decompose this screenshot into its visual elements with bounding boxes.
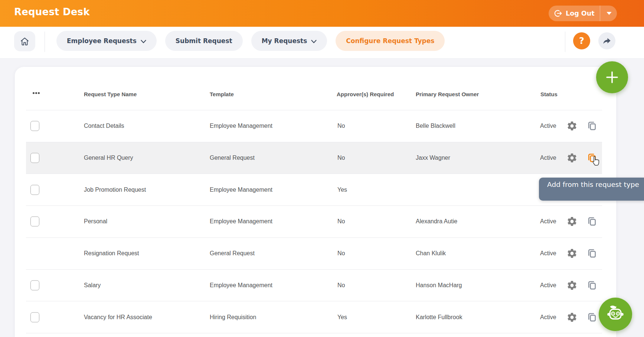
cell-request-type-name: Job Promotion Request [84, 187, 146, 193]
nav-item-my-requests[interactable]: My Requests [251, 31, 327, 51]
copy-request-type-icon[interactable] [587, 280, 598, 291]
app-title: Request Desk [14, 6, 90, 17]
cell-approver-required: Yes [337, 187, 347, 193]
settings-gear-icon[interactable] [566, 120, 578, 132]
column-header-status: Status [540, 91, 558, 97]
table-row: Job Promotion RequestEmployee Management… [26, 174, 602, 205]
cell-template: Employee Management [210, 123, 272, 129]
table-row: SalaryEmployee ManagementNoHanson MacHar… [26, 269, 602, 301]
home-button[interactable] [14, 31, 35, 51]
request-types-card: Request Type NameTemplateApprover(s) Req… [15, 67, 616, 337]
cell-approver-required: No [337, 250, 345, 257]
logout-label: Log Out [566, 10, 595, 17]
row-checkbox[interactable] [30, 217, 39, 227]
copy-request-type-icon[interactable] [587, 120, 598, 132]
copy-request-type-icon[interactable] [587, 248, 598, 259]
add-request-type-button[interactable] [596, 61, 628, 93]
logout-icon [553, 9, 562, 18]
cell-primary-request-owner: Chan Klulik [416, 250, 446, 257]
nav-item-label: Employee Requests [67, 37, 137, 45]
column-header-primary-request-owner: Primary Request Owner [416, 91, 479, 97]
cell-approver-required: No [337, 282, 345, 289]
nav-divider-right [565, 32, 565, 52]
mouse-cursor-icon [591, 155, 601, 168]
home-icon [20, 36, 30, 46]
nav-item-label: My Requests [262, 37, 307, 45]
cell-status: Active [540, 314, 556, 321]
cell-template: Employee Management [210, 187, 272, 193]
row-checkbox[interactable] [30, 312, 39, 322]
cell-template: General Request [210, 155, 255, 161]
copy-tooltip: Add from this request type [539, 178, 644, 201]
nav-item-configure-request-types[interactable]: Configure Request Types [336, 31, 445, 51]
copy-request-type-icon[interactable] [587, 216, 598, 227]
cell-approver-required: No [337, 218, 345, 225]
help-button[interactable]: ? [573, 32, 590, 49]
table-row: General HR QueryGeneral RequestNoJaxx Wa… [26, 142, 602, 174]
nav-item-submit-request[interactable]: Submit Request [165, 31, 243, 51]
chatbot-button[interactable] [599, 298, 632, 331]
row-checkbox[interactable] [30, 153, 39, 163]
cell-approver-required: No [337, 155, 345, 161]
help-icon: ? [579, 36, 584, 46]
column-header-request-type-name: Request Type Name [84, 91, 137, 97]
settings-gear-icon[interactable] [566, 312, 578, 323]
table-row: PersonalEmployee ManagementNoAlexandra A… [26, 205, 602, 237]
cell-request-type-name: General HR Query [84, 155, 133, 161]
table-row: Vacancy for HR AssociateHiring Requisiti… [26, 301, 602, 333]
logout-divider [600, 6, 600, 21]
nav-divider-left [45, 32, 45, 52]
chevron-down-icon [137, 39, 146, 43]
robot-icon [604, 303, 627, 326]
cell-status: Active [540, 218, 556, 225]
cell-request-type-name: Resignation Request [84, 250, 139, 257]
cell-primary-request-owner: Alexandra Autie [416, 218, 457, 225]
cell-request-type-name: Salary [84, 282, 101, 289]
cell-approver-required: No [337, 123, 345, 129]
cell-template: General Request [210, 250, 255, 257]
column-header-template: Template [210, 91, 234, 97]
chevron-down-icon [307, 39, 317, 43]
request-desk-app: { "header": { "title": "Request Desk", "… [0, 0, 644, 337]
copy-request-type-icon[interactable] [587, 312, 598, 323]
app-header: Request Desk Log Out [0, 0, 644, 27]
share-forward-icon [602, 36, 612, 46]
logout-button[interactable]: Log Out [549, 6, 617, 21]
logout-caret-down-icon[interactable] [607, 12, 612, 15]
nav-item-label: Submit Request [176, 37, 232, 45]
table-row: Resignation RequestGeneral RequestNoChan… [26, 237, 602, 269]
cell-request-type-name: Personal [84, 218, 107, 225]
share-button[interactable] [598, 32, 615, 49]
cell-primary-request-owner: Jaxx Wagner [416, 155, 450, 161]
nav-pills: Employee RequestsSubmit RequestMy Reques… [56, 31, 445, 51]
table-menu-icon[interactable] [33, 92, 40, 94]
cell-primary-request-owner: Karlotte Fullbrook [416, 314, 462, 321]
column-header-approver-s-required: Approver(s) Required [337, 91, 394, 97]
settings-gear-icon[interactable] [566, 216, 578, 227]
settings-gear-icon[interactable] [566, 280, 578, 291]
cell-request-type-name: Contact Details [84, 123, 124, 129]
cell-approver-required: Yes [337, 314, 347, 321]
cell-status: Active [540, 123, 556, 129]
settings-gear-icon[interactable] [566, 248, 578, 259]
table-bottom-divider [26, 333, 602, 333]
nav-item-label: Configure Request Types [346, 37, 434, 45]
row-checkbox[interactable] [30, 121, 39, 131]
cell-template: Employee Management [210, 282, 272, 289]
cell-status: Active [540, 282, 556, 289]
cell-primary-request-owner: Hanson MacHarg [416, 282, 462, 289]
cell-template: Employee Management [210, 218, 272, 225]
nav-item-employee-requests[interactable]: Employee Requests [56, 31, 157, 51]
request-types-table: Contact DetailsEmployee ManagementNoBell… [26, 110, 602, 333]
cell-primary-request-owner: Belle Blackwell [416, 123, 455, 129]
cell-request-type-name: Vacancy for HR Associate [84, 314, 152, 321]
cell-template: Hiring Requisition [210, 314, 256, 321]
plus-icon [604, 69, 620, 85]
cell-status: Active [540, 155, 556, 161]
row-checkbox[interactable] [30, 185, 39, 195]
navbar: Employee RequestsSubmit RequestMy Reques… [0, 27, 644, 58]
table-row: Contact DetailsEmployee ManagementNoBell… [26, 110, 602, 142]
settings-gear-icon[interactable] [566, 152, 578, 163]
cell-status: Active [540, 250, 556, 257]
row-checkbox[interactable] [30, 280, 39, 290]
